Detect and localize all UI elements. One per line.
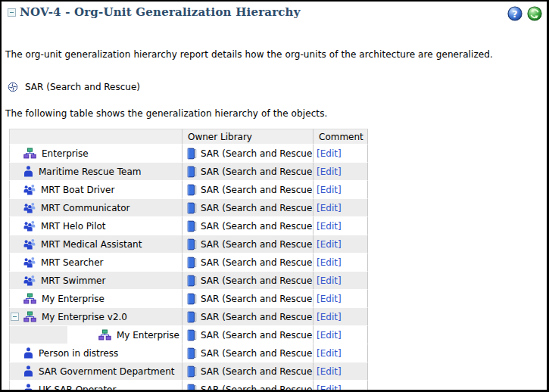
org-unit-cell: My Enterprise v2.0: [9, 308, 182, 326]
book-icon: [186, 311, 197, 323]
column-header-name: [9, 129, 182, 145]
org-unit-name: Enterprise: [42, 148, 89, 159]
edit-link[interactable]: [Edit]: [317, 294, 342, 304]
book-icon: [186, 166, 197, 178]
book-icon: [186, 347, 197, 359]
org-unit-cell: UK SAR Operator: [9, 381, 182, 392]
owner-library-name: SAR (Search and Rescue): [201, 312, 313, 322]
child-indent-strip: [10, 326, 67, 344]
org-unit-icon: [98, 329, 111, 341]
group-icon: [23, 220, 36, 232]
comment-cell: [Edit]: [313, 145, 368, 163]
comment-cell: [Edit]: [313, 181, 368, 199]
person-icon: [23, 384, 33, 392]
owner-library-name: SAR (Search and Rescue): [201, 166, 313, 177]
tree-item-label: SAR (Search and Rescue): [25, 82, 140, 92]
owner-library-name: SAR (Search and Rescue): [201, 384, 313, 392]
refresh-icon[interactable]: [527, 6, 542, 21]
owner-library-cell: SAR (Search and Rescue): [182, 344, 313, 362]
table-row: MRT Helo PilotSAR (Search and Rescue)[Ed…: [9, 217, 368, 235]
owner-library-name: SAR (Search and Rescue): [201, 275, 313, 286]
person-icon: [23, 366, 33, 377]
edit-link[interactable]: [Edit]: [317, 148, 342, 159]
owner-library-name: SAR (Search and Rescue): [201, 239, 313, 250]
tree-item-sar[interactable]: SAR (Search and Rescue): [8, 82, 547, 92]
org-unit-cell: MRT Communicator: [9, 199, 182, 217]
help-icon[interactable]: ?: [507, 6, 522, 21]
edit-link[interactable]: [Edit]: [317, 185, 342, 195]
comment-cell: [Edit]: [313, 199, 368, 217]
comment-cell: [Edit]: [313, 326, 368, 344]
owner-library-cell: SAR (Search and Rescue): [182, 235, 313, 254]
comment-cell: [Edit]: [313, 362, 368, 381]
book-icon: [186, 293, 197, 305]
book-icon: [186, 329, 197, 341]
edit-link[interactable]: [Edit]: [317, 384, 342, 392]
person-icon: [23, 347, 33, 359]
owner-library-name: SAR (Search and Rescue): [201, 294, 313, 304]
book-icon: [186, 257, 197, 269]
org-unit-icon: [23, 148, 36, 159]
owner-library-cell: SAR (Search and Rescue): [182, 254, 313, 272]
group-icon: [23, 257, 36, 268]
edit-link[interactable]: [Edit]: [317, 275, 342, 286]
table-row: MRT Medical AssistantSAR (Search and Res…: [9, 235, 368, 254]
collapse-minus-icon[interactable]: [8, 8, 16, 17]
owner-library-name: SAR (Search and Rescue): [201, 366, 313, 377]
table-row: MRT Boat DriverSAR (Search and Rescue)[E…: [9, 181, 368, 199]
book-icon: [186, 366, 197, 378]
edit-link[interactable]: [Edit]: [317, 330, 342, 341]
org-unit-name: My Enterprise v2.0: [42, 312, 127, 322]
org-unit-icon: [23, 311, 36, 322]
org-unit-cell: MRT Searcher: [9, 254, 182, 272]
group-icon: [23, 184, 36, 195]
org-unit-cell: MRT Helo Pilot: [9, 217, 182, 235]
owner-library-cell: SAR (Search and Rescue): [182, 199, 313, 217]
book-icon: [186, 148, 197, 160]
owner-library-cell: SAR (Search and Rescue): [182, 381, 313, 392]
person-icon: [23, 166, 33, 177]
org-unit-icon: [23, 293, 36, 304]
table-intro: The following table shows the generaliza…: [5, 108, 543, 119]
group-icon: [23, 202, 36, 213]
table-row: EnterpriseSAR (Search and Rescue)[Edit]: [9, 145, 368, 163]
report-window: NOV-4 - Org-Unit Generalization Hierarch…: [0, 0, 549, 392]
comment-cell: [Edit]: [313, 272, 368, 290]
comment-cell: [Edit]: [313, 254, 368, 272]
hierarchy-table: Owner Library Comment EnterpriseSAR (Sea…: [9, 129, 368, 392]
table-row: MRT CommunicatorSAR (Search and Rescue)[…: [9, 199, 368, 217]
edit-link[interactable]: [Edit]: [317, 239, 342, 250]
org-unit-cell: My Enterprise: [9, 326, 182, 344]
edit-link[interactable]: [Edit]: [317, 366, 342, 377]
book-icon: [186, 202, 197, 214]
report-description: The org-unit generalization hierarchy re…: [5, 49, 543, 60]
table-row: Person in distressSAR (Search and Rescue…: [9, 344, 368, 362]
owner-library-name: SAR (Search and Rescue): [201, 330, 313, 341]
org-unit-cell: My Enterprise: [9, 290, 182, 308]
owner-library-cell: SAR (Search and Rescue): [182, 326, 313, 344]
collapse-minus-icon[interactable]: [11, 313, 19, 321]
owner-library-name: SAR (Search and Rescue): [201, 148, 313, 159]
table-row: UK SAR OperatorSAR (Search and Rescue)[E…: [9, 381, 368, 392]
titlebar-icons: ?: [507, 6, 542, 21]
org-unit-name: My Enterprise: [117, 330, 179, 341]
edit-link[interactable]: [Edit]: [317, 312, 342, 322]
group-icon: [23, 238, 36, 250]
org-unit-cell: SAR Government Department: [9, 362, 182, 381]
org-unit-cell: Enterprise: [9, 145, 182, 163]
page-title: NOV-4 - Org-Unit Generalization Hierarch…: [20, 5, 507, 19]
edit-link[interactable]: [Edit]: [317, 257, 342, 268]
comment-cell: [Edit]: [313, 308, 368, 326]
comment-cell: [Edit]: [313, 163, 368, 181]
book-icon: [186, 275, 197, 287]
edit-link[interactable]: [Edit]: [317, 348, 342, 359]
org-unit-name: SAR Government Department: [39, 366, 174, 377]
edit-link[interactable]: [Edit]: [317, 203, 342, 213]
comment-cell: [Edit]: [313, 235, 368, 254]
table-row: Maritime Rescue TeamSAR (Search and Resc…: [9, 163, 368, 181]
org-unit-cell: Person in distress: [9, 344, 182, 362]
owner-library-cell: SAR (Search and Rescue): [182, 272, 313, 290]
edit-link[interactable]: [Edit]: [317, 221, 342, 232]
org-unit-name: MRT Swimmer: [41, 275, 105, 286]
edit-link[interactable]: [Edit]: [317, 166, 342, 177]
